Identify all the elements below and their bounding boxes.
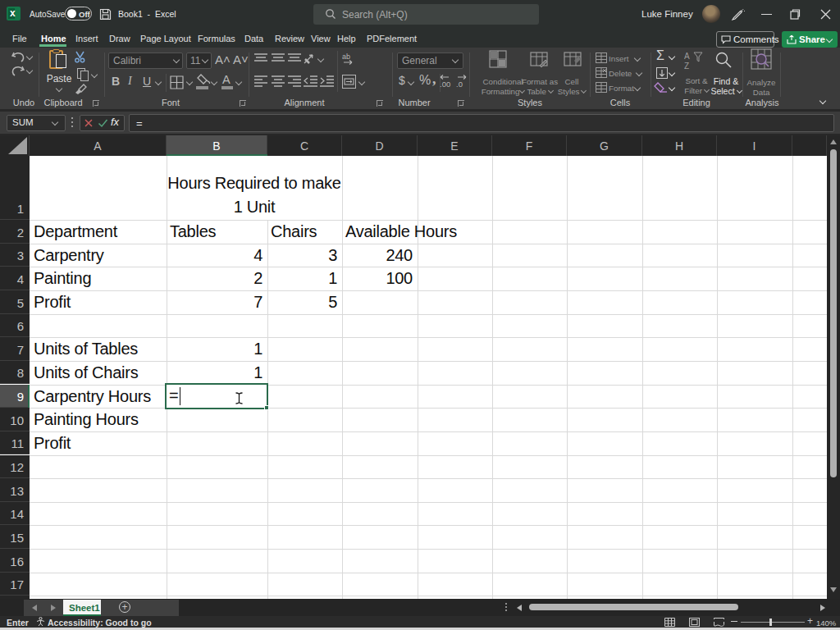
- svg-text:.00: .00: [440, 80, 450, 88]
- svg-text:A: A: [684, 52, 690, 61]
- svg-text:ab: ab: [342, 52, 350, 61]
- svg-text:.0: .0: [456, 80, 463, 88]
- svg-text:Z: Z: [684, 62, 689, 71]
